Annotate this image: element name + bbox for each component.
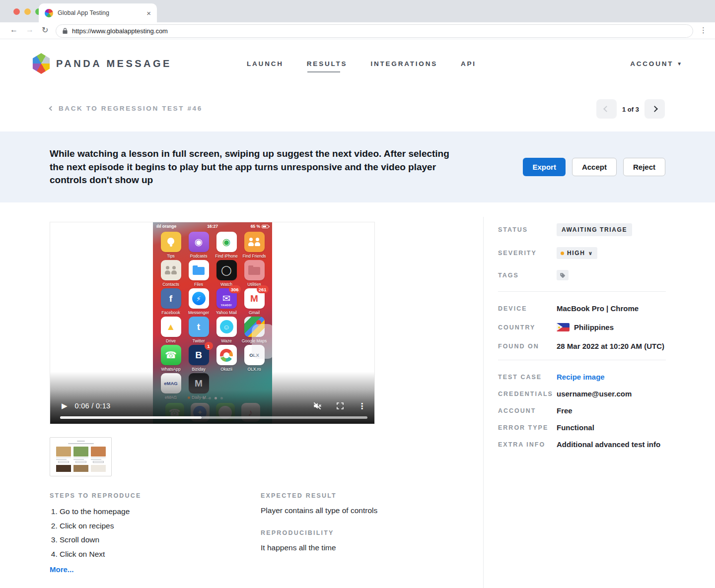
phone-app-waze: ☺Waze bbox=[213, 317, 240, 343]
severity-dot-icon bbox=[561, 252, 564, 255]
close-window-button[interactable] bbox=[13, 8, 20, 15]
export-button[interactable]: Export bbox=[523, 158, 566, 176]
nav-api[interactable]: API bbox=[461, 60, 476, 67]
phone-app-files: Files bbox=[185, 260, 213, 287]
url-text: https://www.globalapptesting.com bbox=[72, 27, 168, 35]
forward-icon[interactable]: → bbox=[26, 25, 34, 34]
phone-app-gmail: M261Gmail bbox=[240, 288, 268, 315]
video-progress-fill bbox=[60, 416, 202, 419]
more-link[interactable]: More... bbox=[50, 565, 73, 574]
account-type-value: Free bbox=[557, 406, 572, 415]
test-case-label: TEST CASE bbox=[498, 374, 557, 381]
back-to-regression-link[interactable]: BACK TO REGRESSION TEST #46 bbox=[50, 105, 203, 112]
tag-icon bbox=[560, 272, 566, 278]
minimize-window-button[interactable] bbox=[24, 8, 31, 15]
tab-title: Global App Testing bbox=[58, 9, 142, 16]
severity-dropdown[interactable]: HIGH ∨ bbox=[557, 247, 597, 259]
accept-button[interactable]: Accept bbox=[572, 158, 617, 176]
video-progress-bar[interactable] bbox=[60, 416, 367, 419]
main-nav: LAUNCHRESULTSINTEGRATIONSAPI bbox=[247, 60, 476, 67]
back-icon[interactable]: ← bbox=[10, 25, 18, 34]
panda-message-logo[interactable] bbox=[32, 53, 51, 74]
error-type-label: ERROR TYPE bbox=[498, 424, 557, 431]
notification-badge: 261 bbox=[257, 285, 269, 293]
expected-heading: EXPECTED RESULT bbox=[261, 492, 469, 499]
add-tag-button[interactable] bbox=[557, 270, 569, 280]
window-controls bbox=[13, 8, 42, 15]
video-controls: ▶ 0:06 / 0:13 ⋮ bbox=[62, 401, 366, 411]
steps-list: Go to the homepageClick on recipesScroll… bbox=[60, 507, 238, 559]
found-on-value: 28 Mar 2022 at 10:20 AM (UTC) bbox=[557, 342, 664, 350]
philippines-flag-icon bbox=[557, 323, 570, 331]
account-type-label: ACCOUNT bbox=[498, 407, 557, 414]
nav-integrations[interactable]: INTEGRATIONS bbox=[370, 60, 437, 67]
bug-video-player[interactable]: ılıl orange 16:27 65 % Tips◉Podcasts◉Fin… bbox=[50, 222, 375, 424]
thumb-subheading bbox=[68, 443, 94, 444]
tab-favicon bbox=[45, 9, 53, 17]
step-item: Click on recipes bbox=[60, 522, 238, 530]
phone-app-twitter: tTwitter bbox=[185, 317, 213, 343]
phone-app-utilities: Utilities bbox=[240, 260, 268, 287]
device-value: MacBook Pro | Chrome bbox=[557, 304, 639, 313]
page: Global App Testing × ← → ↻ https://www.g… bbox=[0, 0, 715, 588]
step-item: Scroll down bbox=[60, 535, 238, 544]
thumb-heading bbox=[77, 441, 85, 442]
step-item: Go to the homepage bbox=[60, 507, 238, 516]
notification-badge: 306 bbox=[229, 285, 241, 293]
phone-app-whatsapp: ☎WhatsApp bbox=[157, 345, 185, 372]
error-type-value: Functional bbox=[557, 423, 594, 432]
reload-icon[interactable]: ↻ bbox=[42, 25, 48, 35]
browser-menu-icon[interactable]: ⋮ bbox=[700, 26, 707, 35]
video-time: 0:06 / 0:13 bbox=[75, 402, 111, 410]
chevron-right-icon bbox=[651, 106, 658, 112]
steps-heading: STEPS TO REPRODUCE bbox=[50, 492, 238, 499]
step-item: Click on Next bbox=[60, 550, 238, 559]
chevron-left-icon bbox=[603, 106, 610, 112]
phone-app-drive: ▲Drive bbox=[157, 317, 185, 343]
extra-info-value: Additional advanced test info bbox=[557, 440, 660, 449]
mute-icon[interactable] bbox=[312, 401, 322, 411]
recipe-page-thumbnail[interactable] bbox=[50, 437, 112, 476]
account-menu[interactable]: ACCOUNT ▼ bbox=[630, 60, 683, 67]
extra-info-label: EXTRA INFO bbox=[498, 441, 557, 448]
tap-indicator bbox=[252, 324, 272, 359]
test-case-link[interactable]: Recipe image bbox=[557, 373, 605, 381]
chevron-left-icon bbox=[49, 106, 54, 111]
previous-bug-button[interactable] bbox=[596, 99, 617, 119]
play-icon[interactable]: ▶ bbox=[62, 401, 68, 410]
phone-app-podcasts: ◉Podcasts bbox=[185, 232, 213, 259]
phone-app-find-iphone: ◉Find iPhone bbox=[213, 232, 240, 259]
tags-label: TAGS bbox=[498, 272, 557, 279]
country-value: Philippines bbox=[574, 323, 614, 331]
chevron-down-icon: ∨ bbox=[588, 250, 593, 257]
next-bug-button[interactable] bbox=[644, 99, 665, 119]
battery-icon bbox=[262, 225, 269, 228]
phone-app-facebook: fFacebook bbox=[157, 288, 185, 315]
status-label: STATUS bbox=[498, 226, 557, 233]
phone-battery: 65 % bbox=[251, 224, 269, 229]
fullscreen-icon[interactable] bbox=[336, 401, 345, 410]
nav-results[interactable]: RESULTS bbox=[307, 60, 348, 67]
phone-app-messenger: ⚡Messenger bbox=[185, 288, 213, 315]
expected-text: Player contains all type of controls bbox=[261, 506, 469, 515]
bug-title-band: While watching a lesson in full screen, … bbox=[0, 131, 715, 202]
found-on-label: FOUND ON bbox=[498, 343, 557, 350]
url-bar[interactable]: https://www.globalapptesting.com bbox=[56, 24, 693, 38]
browser-tab[interactable]: Global App Testing × bbox=[39, 3, 157, 22]
reproducibility-section: REPRODUCIBILITY It happens all the time bbox=[261, 529, 469, 552]
phone-app-biziday: B1Biziday bbox=[185, 345, 213, 372]
repro-text: It happens all the time bbox=[261, 543, 469, 552]
browser-tab-bar: Global App Testing × bbox=[0, 0, 715, 22]
nav-launch[interactable]: LAUNCH bbox=[247, 60, 284, 67]
tab-close-icon[interactable]: × bbox=[146, 9, 151, 17]
severity-label: SEVERITY bbox=[498, 250, 557, 257]
reject-button[interactable]: Reject bbox=[623, 158, 665, 176]
video-menu-icon[interactable]: ⋮ bbox=[358, 401, 366, 411]
expected-result-section: EXPECTED RESULT Player contains all type… bbox=[261, 492, 469, 515]
phone-app-watch: ◯Watch bbox=[213, 260, 240, 287]
credentials-value: username@user.com bbox=[557, 390, 632, 398]
status-badge: AWAITING TRIAGE bbox=[557, 223, 632, 236]
divider bbox=[498, 291, 666, 292]
severity-value: HIGH bbox=[567, 250, 585, 257]
thumb-cards-row2 bbox=[55, 465, 107, 472]
